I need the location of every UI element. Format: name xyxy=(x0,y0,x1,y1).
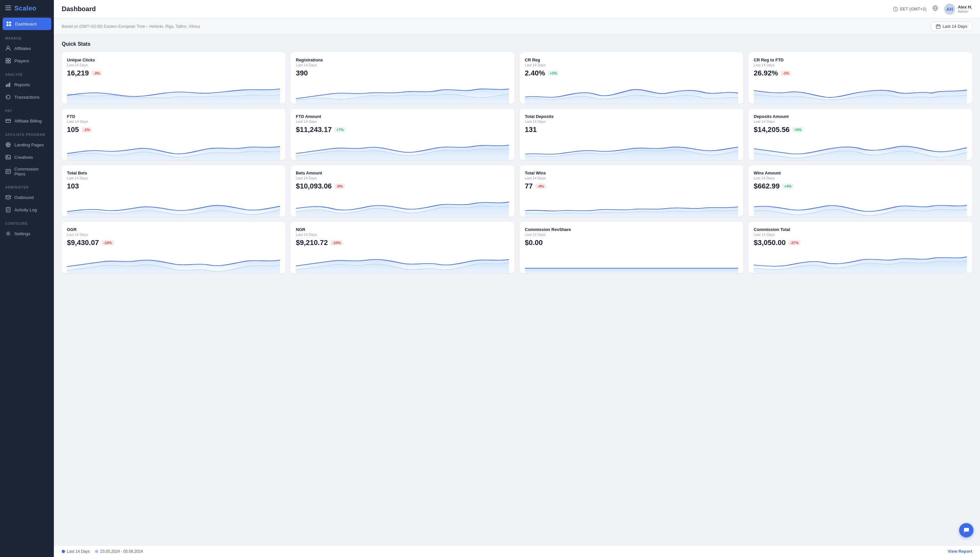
user-menu[interactable]: AH Alex H. Admin xyxy=(944,3,972,15)
stat-period-deposits-amount: Last 14 Days xyxy=(754,120,967,124)
stat-name-ngr: NGR xyxy=(296,227,509,232)
stat-card-ngr: NGR Last 14 Days $9,210.72 -10% xyxy=(290,222,514,273)
stat-value-row-registrations: 390 xyxy=(296,69,509,77)
mail-icon xyxy=(5,194,11,200)
stat-value-row-bets-amount: $10,093.06 -9% xyxy=(296,182,509,191)
page-title: Dashboard xyxy=(62,5,96,13)
sidebar-item-dashboard[interactable]: Dashboard xyxy=(3,18,51,30)
stat-value-total-wins: 77 xyxy=(525,182,533,191)
stat-card-commission-total: Commission Total Last 14 Days $3,050.00 … xyxy=(748,222,972,273)
stat-name-total-bets: Total Bets xyxy=(67,171,280,176)
grid-icon xyxy=(5,58,11,64)
chart-wins-amount xyxy=(754,194,967,217)
chart-total-bets xyxy=(67,194,280,217)
main-content: Dashboard EET (GMT+2) AH Alex H. Admin B… xyxy=(54,0,980,557)
stat-value-row-cr-reg: 2.40% +3% xyxy=(525,69,738,77)
stat-name-deposits-amount: Deposits Amount xyxy=(754,114,967,119)
svg-point-7 xyxy=(7,46,10,49)
sidebar-label-activity-log: Activity Log xyxy=(15,207,37,212)
svg-rect-3 xyxy=(6,21,8,23)
stat-value-row-total-bets: 103 xyxy=(67,182,280,191)
stat-period-ftd: Last 14 Days xyxy=(67,120,280,124)
stat-period-unique-clicks: Last 14 Days xyxy=(67,63,280,67)
sidebar-label-dashboard: Dashboard xyxy=(15,21,37,26)
stat-card-wins-amount: Wins Amount Last 14 Days $662.99 +4% xyxy=(748,165,972,217)
subbar: Based on (GMT+02:00) Eastern European Ti… xyxy=(54,18,980,35)
sidebar-item-commission-plans[interactable]: Commission Plans xyxy=(0,163,54,180)
stat-value-row-commission-revshare: $0.00 xyxy=(525,238,738,247)
sidebar-item-transactions[interactable]: Transactions xyxy=(0,91,54,103)
stat-name-commission-revshare: Commission RevShare xyxy=(525,227,738,232)
chart-ftd xyxy=(67,137,280,160)
stat-value-ftd-amount: $11,243.17 xyxy=(296,125,332,134)
sidebar-label-settings: Settings xyxy=(15,231,30,236)
stat-value-ftd: 105 xyxy=(67,125,79,134)
svg-rect-15 xyxy=(6,119,10,122)
globe-icon xyxy=(5,142,11,148)
date-range-button[interactable]: Last 14 Days xyxy=(931,21,972,31)
chart-cr-reg xyxy=(525,81,738,104)
sidebar-label-reports: Reports xyxy=(15,82,30,87)
sidebar-section-affiliate-program: AFFILIATE PROGRAM xyxy=(0,127,54,138)
calendar-icon xyxy=(936,24,941,29)
legend-dot-prev xyxy=(95,550,98,553)
sidebar-item-outbound[interactable]: Outbound xyxy=(0,191,54,204)
clock-icon xyxy=(893,7,898,12)
stat-name-unique-clicks: Unique Clicks xyxy=(67,57,280,62)
stat-value-row-ngr: $9,210.72 -10% xyxy=(296,238,509,247)
dashboard-icon xyxy=(6,21,12,27)
sidebar-item-reports[interactable]: Reports xyxy=(0,78,54,91)
legend-item-current: Last 14 Days xyxy=(62,549,90,554)
sidebar-item-settings[interactable]: Settings xyxy=(0,227,54,240)
chart-cr-reg-ftd xyxy=(754,81,967,104)
stat-badge-deposits-amount: +5% xyxy=(792,127,803,132)
stat-value-ggr: $9,430.07 xyxy=(67,238,99,247)
stat-card-total-wins: Total Wins Last 14 Days 77 -4% xyxy=(520,165,743,217)
stat-period-cr-reg-ftd: Last 14 Days xyxy=(754,63,967,67)
user-icon xyxy=(5,46,11,51)
chart-bets-amount xyxy=(296,194,509,217)
sidebar-item-activity-log[interactable]: Activity Log xyxy=(0,204,54,216)
stat-value-total-deposits: 131 xyxy=(525,125,537,134)
svg-rect-0 xyxy=(5,6,11,6)
hamburger-icon[interactable] xyxy=(5,6,11,11)
svg-rect-12 xyxy=(6,85,7,87)
sidebar-header: Scaleo xyxy=(0,0,54,17)
stat-badge-ngr: -10% xyxy=(330,240,343,245)
sidebar-section-manage: MANAGE xyxy=(0,31,54,42)
legend-dot-current xyxy=(62,550,65,553)
stat-period-wins-amount: Last 14 Days xyxy=(754,176,967,180)
timezone-display: EET (GMT+2) xyxy=(893,7,926,12)
stat-card-ftd-amount: FTD Amount Last 14 Days $11,243.17 +7% xyxy=(290,109,514,160)
sidebar-item-affiliate-billing[interactable]: Affiliate Billing xyxy=(0,115,54,127)
stat-card-bets-amount: Bets Amount Last 14 Days $10,093.06 -9% xyxy=(290,165,514,217)
stat-card-total-bets: Total Bets Last 14 Days 103 xyxy=(62,165,285,217)
stat-period-total-bets: Last 14 Days xyxy=(67,176,280,180)
stat-value-deposits-amount: $14,205.56 xyxy=(754,125,790,134)
stat-period-bets-amount: Last 14 Days xyxy=(296,176,509,180)
svg-point-23 xyxy=(8,233,9,235)
globe-topbar-icon[interactable] xyxy=(932,5,938,13)
sidebar-item-creatives[interactable]: Creatives xyxy=(0,151,54,163)
stat-period-commission-total: Last 14 Days xyxy=(754,233,967,236)
stat-value-row-deposits-amount: $14,205.56 +5% xyxy=(754,125,967,134)
chat-button[interactable] xyxy=(959,523,974,537)
stat-value-row-ftd-amount: $11,243.17 +7% xyxy=(296,125,509,134)
chart-total-wins xyxy=(525,194,738,217)
view-report-button[interactable]: View Report xyxy=(948,549,972,554)
stat-badge-ftd-amount: +7% xyxy=(334,127,346,132)
topbar: Dashboard EET (GMT+2) AH Alex H. Admin xyxy=(54,0,980,18)
sidebar-item-landing-pages[interactable]: Landing Pages xyxy=(0,138,54,151)
svg-rect-13 xyxy=(8,84,8,87)
stats-grid: Unique Clicks Last 14 Days 16,219 -3% xyxy=(62,52,972,273)
sidebar-item-affiliates[interactable]: Affiliates xyxy=(0,42,54,55)
stat-card-commission-revshare: Commission RevShare Last 14 Days $0.00 xyxy=(520,222,743,273)
stat-period-commission-revshare: Last 14 Days xyxy=(525,233,738,236)
stat-period-ggr: Last 14 Days xyxy=(67,233,280,236)
list-icon xyxy=(5,169,11,174)
refresh-icon xyxy=(5,94,11,100)
stat-card-deposits-amount: Deposits Amount Last 14 Days $14,205.56 … xyxy=(748,109,972,160)
svg-rect-9 xyxy=(8,59,10,60)
stat-value-wins-amount: $662.99 xyxy=(754,182,780,191)
sidebar-item-players[interactable]: Players xyxy=(0,55,54,67)
